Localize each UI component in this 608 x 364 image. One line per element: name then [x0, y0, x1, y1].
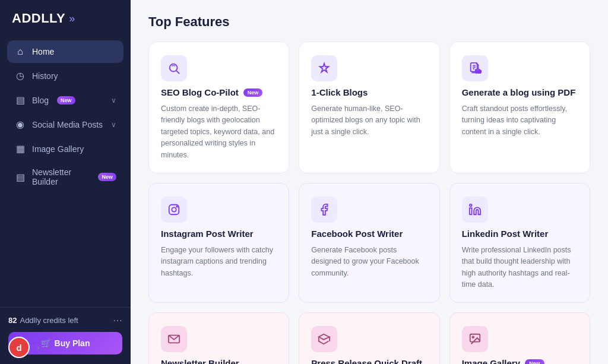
feature-title-one-click-blogs: 1-Click Blogs: [311, 87, 368, 97]
nav-badge-blog: New: [57, 96, 75, 105]
nav-chevron-blog: ∨: [111, 96, 116, 105]
svg-point-12: [472, 337, 474, 338]
sidebar-nav: ⌂Home◷History▤BlogNew∨◉Social Media Post…: [0, 36, 131, 307]
sidebar-item-history[interactable]: ◷History: [7, 64, 124, 87]
feature-title-row-facebook: Facebook Post Writer: [311, 229, 427, 239]
sidebar-item-label-home: Home: [32, 47, 54, 56]
feature-title-row-image-gallery: Image GalleryNew: [462, 358, 578, 364]
feature-title-row-press-release: Press Release Quick Draft: [311, 358, 427, 364]
credits-row: 82 Addlly credits left ⋯: [8, 315, 122, 326]
nav-badge-newsletter: New: [98, 173, 116, 181]
social-icon: ◉: [14, 119, 26, 130]
feature-icon-one-click-blogs: [311, 55, 337, 81]
feature-card-press-release[interactable]: Press Release Quick DraftGet the word ou…: [299, 312, 439, 364]
feature-desc-linkedin: Write professional LinkedIn posts that b…: [462, 245, 578, 291]
feature-title-linkedin: Linkedin Post Writer: [462, 229, 549, 239]
feature-title-row-blog-pdf: Generate a blog using PDF: [462, 87, 578, 97]
svg-point-6: [172, 207, 176, 211]
svg-text:PDF: PDF: [476, 71, 481, 74]
feature-title-newsletter: Newsletter Builder: [161, 358, 239, 364]
feature-card-newsletter[interactable]: Newsletter BuilderCreate high-converting…: [148, 312, 289, 364]
feature-desc-seo-blog: Custom create in-depth, SEO-friendly blo…: [161, 103, 277, 161]
feature-desc-instagram: Engage your followers with catchy instag…: [161, 245, 277, 279]
feature-title-instagram: Instagram Post Writer: [161, 229, 254, 239]
history-icon: ◷: [14, 70, 26, 81]
svg-point-0: [170, 64, 178, 72]
feature-title-press-release: Press Release Quick Draft: [311, 358, 422, 364]
sidebar-item-label-newsletter: Newsletter Builder: [32, 167, 90, 186]
sidebar-item-label-image: Image Gallery: [32, 144, 84, 154]
logo-text: ADDLLY: [12, 11, 65, 26]
svg-point-9: [469, 204, 471, 207]
svg-line-1: [176, 71, 179, 74]
features-grid: SEO Blog Co-PilotNewCustom create in-dep…: [148, 42, 590, 364]
feature-title-row-seo-blog: SEO Blog Co-PilotNew: [161, 87, 277, 97]
sidebar-item-image[interactable]: ▦Image Gallery: [7, 137, 124, 160]
feature-icon-newsletter: [161, 326, 187, 352]
nav-chevron-social: ∨: [111, 121, 116, 129]
feature-badge-seo-blog: New: [243, 88, 263, 97]
credits-menu-icon[interactable]: ⋯: [113, 315, 122, 326]
sidebar-bottom-section: d ›: [0, 331, 131, 364]
credits-label: Addlly credits left: [20, 316, 78, 325]
svg-rect-8: [469, 208, 471, 214]
feature-icon-seo-blog: [161, 55, 187, 81]
sidebar-expand-icon[interactable]: ›: [37, 343, 40, 352]
sidebar-item-label-history: History: [32, 71, 58, 81]
feature-icon-blog-pdf: PDF: [462, 55, 488, 81]
feature-icon-image-gallery: [462, 326, 488, 352]
page-title: Top Features: [148, 14, 590, 30]
main-content: Top Features SEO Blog Co-PilotNewCustom …: [131, 0, 608, 364]
feature-card-facebook[interactable]: Facebook Post WriterGenerate Facebook po…: [299, 183, 439, 303]
blog-icon: ▤: [14, 94, 26, 106]
sidebar-item-home[interactable]: ⌂Home: [7, 40, 124, 63]
feature-card-instagram[interactable]: Instagram Post WriterEngage your followe…: [148, 183, 289, 303]
feature-icon-facebook: [311, 197, 337, 223]
sidebar-item-label-blog: Blog: [32, 96, 49, 105]
svg-point-7: [176, 206, 178, 207]
feature-title-row-newsletter: Newsletter Builder: [161, 358, 277, 364]
feature-icon-instagram: [161, 197, 187, 223]
feature-desc-facebook: Generate Facebook posts designed to grow…: [311, 245, 427, 279]
feature-card-linkedin[interactable]: Linkedin Post WriterWrite professional L…: [449, 183, 590, 303]
feature-card-blog-pdf[interactable]: PDFGenerate a blog using PDFCraft stando…: [449, 42, 590, 173]
feature-title-seo-blog: SEO Blog Co-Pilot: [161, 87, 239, 97]
feature-title-row-one-click-blogs: 1-Click Blogs: [311, 87, 427, 97]
feature-title-blog-pdf: Generate a blog using PDF: [462, 87, 576, 97]
feature-card-image-gallery[interactable]: Image GalleryNewChoose from AI generated…: [449, 312, 590, 364]
feature-card-seo-blog[interactable]: SEO Blog Co-PilotNewCustom create in-dep…: [148, 42, 289, 173]
feature-title-row-instagram: Instagram Post Writer: [161, 229, 277, 239]
feature-title-facebook: Facebook Post Writer: [311, 229, 403, 239]
avatar[interactable]: d: [8, 337, 30, 358]
feature-title-image-gallery: Image Gallery: [462, 358, 520, 364]
sidebar-item-blog[interactable]: ▤BlogNew∨: [7, 88, 124, 112]
feature-badge-image-gallery: New: [525, 359, 544, 364]
feature-desc-one-click-blogs: Generate human-like, SEO-optimized blogs…: [311, 103, 427, 138]
home-icon: ⌂: [14, 46, 26, 57]
feature-card-one-click-blogs[interactable]: 1-Click BlogsGenerate human-like, SEO-op…: [299, 42, 439, 173]
feature-desc-blog-pdf: Craft standout posts effortlessly, turni…: [462, 103, 578, 138]
sidebar-item-newsletter[interactable]: ▤Newsletter BuilderNew: [7, 162, 124, 192]
feature-title-row-linkedin: Linkedin Post Writer: [462, 229, 578, 239]
newsletter-icon: ▤: [14, 172, 26, 183]
sidebar-item-label-social: Social Media Posts: [32, 120, 103, 129]
sidebar: ADDLLY » ⌂Home◷History▤BlogNew∨◉Social M…: [0, 0, 131, 364]
credits-count: 82: [8, 316, 17, 325]
feature-icon-linkedin: [462, 197, 488, 223]
sidebar-logo: ADDLLY »: [0, 0, 131, 36]
image-icon: ▦: [14, 143, 26, 154]
sidebar-item-social[interactable]: ◉Social Media Posts∨: [7, 113, 124, 136]
logo-arrow: »: [69, 12, 75, 25]
feature-icon-press-release: [311, 326, 337, 352]
